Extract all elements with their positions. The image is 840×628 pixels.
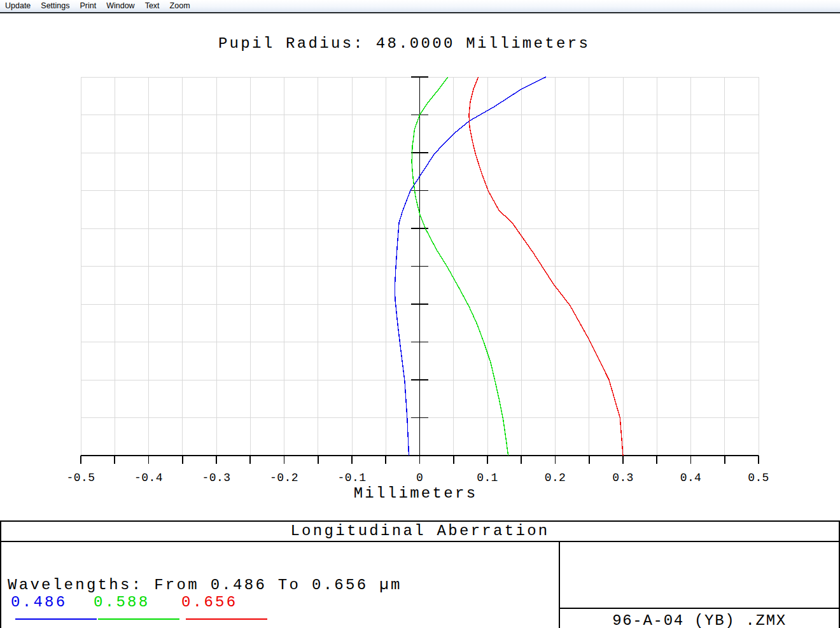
x-tick-label: 0.2: [545, 471, 566, 484]
menu-item-text[interactable]: Text: [140, 0, 165, 12]
menu-bar: UpdateSettingsPrintWindowTextZoom: [0, 0, 840, 13]
x-tick-label: 0.3: [612, 471, 634, 484]
x-tick-label: 0.5: [748, 471, 769, 484]
legend-wavelength-label: 0.486: [11, 594, 67, 611]
menu-item-print[interactable]: Print: [74, 0, 101, 12]
x-tick-label: 0: [416, 471, 423, 484]
legend-wavelength-label: 0.588: [94, 594, 150, 611]
menu-item-window[interactable]: Window: [101, 0, 139, 12]
x-tick-label: -0.4: [134, 471, 163, 484]
x-tick-label: -0.1: [338, 471, 367, 484]
legend-color-line: [186, 618, 267, 620]
menu-item-settings[interactable]: Settings: [36, 0, 74, 12]
menu-item-update[interactable]: Update: [0, 0, 36, 12]
x-tick-label: 0.4: [680, 471, 702, 484]
wavelengths-summary: Wavelengths: From 0.486 To 0.656 µm: [8, 576, 402, 594]
menu-item-zoom[interactable]: Zoom: [165, 0, 195, 12]
longitudinal-aberration-plot: -0.5-0.4-0.3-0.2-0.100.10.20.30.40.5: [0, 0, 840, 509]
lens-filename: 96-A-04 (YB) .ZMX: [560, 608, 839, 628]
legend-wavelength-label: 0.656: [181, 594, 238, 611]
legend-color-line: [15, 618, 97, 620]
legend-color-line: [98, 618, 179, 620]
footer-panel: Longitudinal Aberration Wavelengths: Fro…: [0, 520, 840, 628]
x-axis-label: Millimeters: [0, 485, 831, 502]
x-tick-label: -0.5: [67, 471, 95, 484]
x-tick-label: -0.3: [202, 471, 231, 484]
x-tick-label: -0.2: [270, 471, 298, 484]
plot-type-title: Longitudinal Aberration: [1, 522, 839, 542]
x-tick-label: 0.1: [477, 471, 498, 484]
